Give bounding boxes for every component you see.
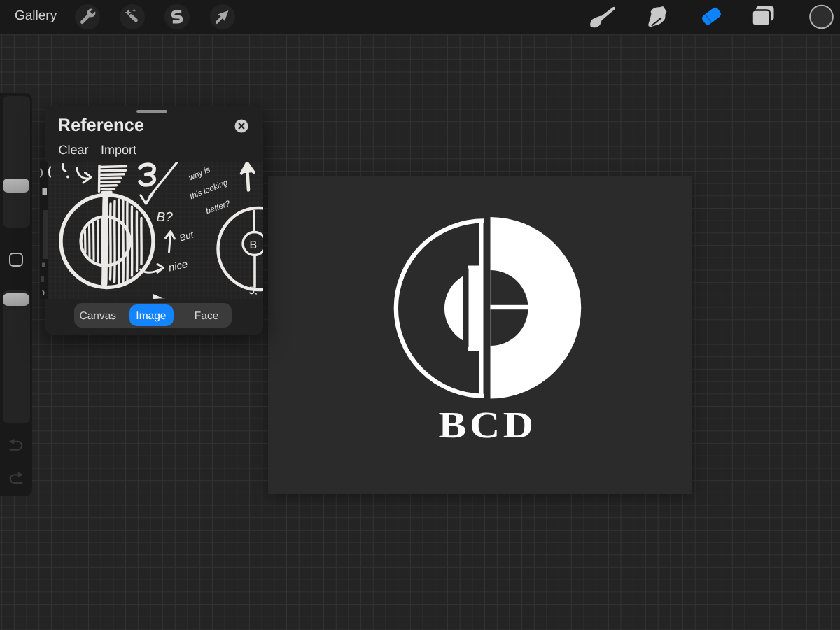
svg-text:5,: 5,: [248, 285, 258, 297]
svg-text:Import: Import: [101, 143, 136, 157]
svg-text:Image: Image: [136, 310, 166, 322]
svg-text:Gallery: Gallery: [15, 8, 57, 23]
svg-text:B?: B?: [156, 210, 173, 225]
svg-text:BCD: BCD: [438, 403, 536, 445]
svg-text:Clear: Clear: [58, 143, 88, 157]
svg-text:Canvas: Canvas: [79, 310, 116, 322]
svg-text:Face: Face: [194, 310, 218, 322]
svg-text:B: B: [249, 239, 257, 251]
svg-text:Reference: Reference: [57, 115, 144, 135]
